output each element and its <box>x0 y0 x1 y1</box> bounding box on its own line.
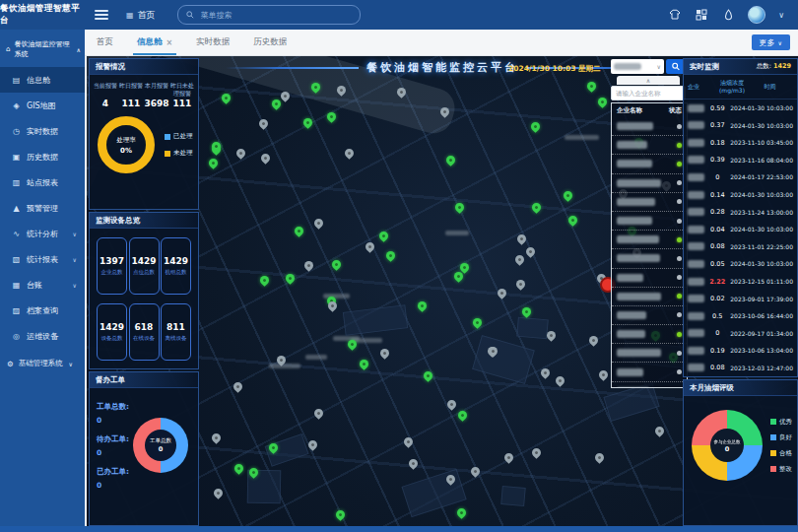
sidebar-item-运维设备[interactable]: ◎运维设备 <box>0 323 85 349</box>
status-dot-gray <box>677 369 682 374</box>
theme-skin-icon[interactable] <box>668 8 682 22</box>
enterprise-name-input[interactable] <box>611 86 686 100</box>
enterprise-list-row[interactable] <box>612 193 687 212</box>
预警管理-icon: ▲ <box>12 204 21 213</box>
legend-swatch <box>770 466 776 472</box>
panel-title: 实时监测 总数: 1429 <box>684 59 797 75</box>
realtime-row[interactable]: 0.182023-11-10 03:45:00 <box>684 134 797 152</box>
enterprise-list-row[interactable] <box>612 249 687 268</box>
alarm-stat: 本月报警3698 <box>144 82 169 108</box>
breadcrumb-home[interactable]: 首页 <box>138 9 156 22</box>
sidebar-item-label: 实时数据 <box>27 126 58 137</box>
realtime-row[interactable]: 0.052024-01-30 10:03:00 <box>684 255 797 273</box>
tab-历史数据[interactable]: 历史数据 <box>241 30 299 55</box>
sidebar-item-统计分析[interactable]: ∿统计分析∨ <box>0 221 85 246</box>
user-avatar[interactable] <box>748 6 765 24</box>
enterprise-name-blurred <box>617 217 652 225</box>
sidebar-item-历史数据[interactable]: ▣历史数据 <box>0 144 85 169</box>
status-dot-gray <box>677 180 682 185</box>
sidebar-item-GIS地图[interactable]: ◈GIS地图 <box>0 93 85 118</box>
workorder-stat-label: 已办工单: <box>97 467 129 477</box>
sidebar-menu: ▤信息舱◈GIS地图◷实时数据▣历史数据▥站点报表▲预警管理∿统计分析∨▧统计报… <box>0 67 85 349</box>
timestamp: 2023-12-15 01:11:00 <box>730 278 793 285</box>
realtime-row[interactable]: 02022-09-17 01:34:00 <box>684 325 797 343</box>
enterprise-name-blurred <box>617 254 660 262</box>
realtime-row[interactable]: 0.142024-01-30 10:03:00 <box>684 186 797 204</box>
menu-search-box[interactable] <box>177 5 361 25</box>
sidebar-item-台账[interactable]: ▦台账∨ <box>0 272 85 298</box>
realtime-row[interactable]: 0.042024-01-30 10:03:00 <box>684 221 797 238</box>
enterprise-list-row[interactable] <box>612 155 687 173</box>
workorder-stats: 工单总数:0待办工单:0已办工单:0 <box>97 396 129 490</box>
alarm-stat: 昨日报警111 <box>118 82 144 108</box>
realtime-row[interactable]: 2.222023-12-15 01:11:00 <box>684 273 797 291</box>
enterprise-list-row[interactable] <box>612 363 687 381</box>
realtime-row[interactable]: 0.282023-11-24 13:00:00 <box>684 203 797 221</box>
enterprise-list-row[interactable] <box>612 136 687 155</box>
sidebar-item-label: 统计报表 <box>27 254 58 265</box>
legend-item: 未处理 <box>165 149 193 158</box>
device-stat-value: 1429 <box>164 256 188 266</box>
sidebar-group-system[interactable]: ⌂ 餐饮油烟监控管理系统 ∧ <box>0 30 85 67</box>
realtime-row[interactable]: 0.022023-09-01 17:39:00 <box>684 290 797 307</box>
sidebar-item-站点报表[interactable]: ▥站点报表 <box>0 169 85 195</box>
hamburger-menu-icon[interactable] <box>95 10 108 20</box>
sidebar-item-档案查询[interactable]: ▨档案查询 <box>0 298 85 323</box>
enterprise-list-row[interactable] <box>612 269 687 288</box>
realtime-row[interactable]: 0.52023-10-06 16:44:00 <box>684 307 797 325</box>
realtime-row[interactable]: 0.592024-01-30 10:03:00 <box>684 100 797 117</box>
enterprise-name-blurred <box>688 226 704 233</box>
站点报表-icon: ▥ <box>12 178 21 187</box>
realtime-row[interactable]: 0.392023-11-16 08:04:00 <box>684 152 797 169</box>
enterprise-name-blurred <box>688 242 704 250</box>
sidebar-item-信息舱[interactable]: ▤信息舱 <box>0 67 85 93</box>
enterprise-list-row[interactable] <box>612 117 687 136</box>
selected-value-blurred <box>614 63 641 70</box>
enterprise-name-blurred <box>688 278 704 286</box>
realtime-row[interactable]: 02024-01-17 22:53:00 <box>684 168 797 186</box>
tab-实时数据[interactable]: 实时数据 <box>184 30 241 55</box>
panel-title: 报警情况 <box>90 59 198 75</box>
sidebar-group-base-system[interactable]: ⚙ 基础管理系统 ∨ <box>0 349 85 374</box>
sidebar-item-实时数据[interactable]: ◷实时数据 <box>0 118 85 144</box>
realtime-row[interactable]: 0.082023-12-03 12:47:00 <box>684 360 797 377</box>
collapse-toggle[interactable]: ∧ <box>617 76 680 85</box>
sidebar-item-统计报表[interactable]: ▧统计报表∨ <box>0 246 85 272</box>
device-stat-label: 企业总数 <box>101 269 123 276</box>
menu-search-input[interactable] <box>199 10 352 21</box>
panel-title: 本月油烟评级 <box>684 380 797 396</box>
legend-swatch <box>165 134 170 140</box>
enterprise-list-row[interactable] <box>612 344 687 363</box>
sidebar-item-label: 站点报表 <box>27 177 58 188</box>
enterprise-name-blurred <box>688 295 704 302</box>
close-icon[interactable]: × <box>166 38 173 47</box>
realtime-row[interactable]: 0.082023-11-01 22:25:00 <box>684 238 797 256</box>
enterprise-list-row[interactable] <box>612 231 687 249</box>
more-button[interactable]: 更多∨ <box>752 34 790 50</box>
chevron-down-icon[interactable]: ∨ <box>778 11 784 20</box>
realtime-row[interactable]: 0.192023-10-06 13:04:00 <box>684 342 797 360</box>
tab-首页[interactable]: 首页 <box>85 30 125 55</box>
enterprise-list-row[interactable] <box>612 325 687 344</box>
legend-label: 良好 <box>779 433 792 442</box>
enterprise-list-row[interactable] <box>612 306 687 325</box>
realtime-row[interactable]: 0.372024-01-30 10:03:00 <box>684 116 797 134</box>
enterprise-list-row[interactable] <box>612 212 687 231</box>
sidebar-item-label: 运维设备 <box>27 331 58 342</box>
enterprise-list-row[interactable] <box>612 382 687 388</box>
timestamp: 2023-10-06 16:44:00 <box>730 312 793 319</box>
enterprise-name-blurred <box>617 368 643 376</box>
sidebar-item-预警管理[interactable]: ▲预警管理 <box>0 195 85 221</box>
enterprise-list-row[interactable] <box>612 288 687 306</box>
tab-信息舱[interactable]: 信息舱× <box>125 30 184 55</box>
sidebar-item-label: 预警管理 <box>27 203 58 214</box>
device-stat-value: 1397 <box>100 256 124 266</box>
breadcrumb[interactable]: ▦ 首页 <box>126 9 156 22</box>
layout-icon[interactable] <box>695 8 708 22</box>
alarm-stat-label: 昨日未处理报警 <box>169 82 195 97</box>
chevron-down-icon: ∨ <box>73 282 77 289</box>
flame-icon[interactable] <box>721 8 735 22</box>
enterprise-select[interactable]: ∨ <box>611 59 664 74</box>
tab-label: 实时数据 <box>196 36 230 48</box>
enterprise-list-row[interactable] <box>612 174 687 193</box>
